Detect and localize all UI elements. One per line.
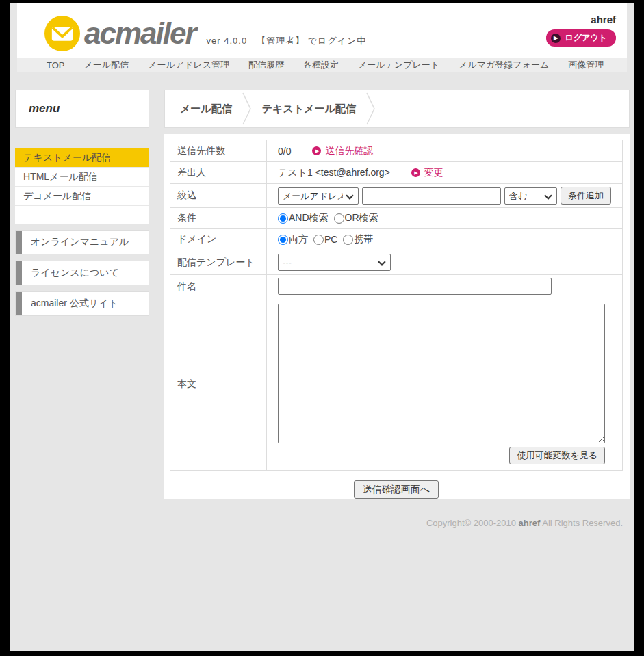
account-name: ahref (591, 14, 616, 25)
sidebar-menu-title: menu (29, 102, 60, 116)
header-account-area: ahref ▶ ログアウト (546, 14, 616, 47)
radio-and-search-input[interactable] (278, 213, 288, 224)
logout-button[interactable]: ▶ ログアウト (546, 29, 616, 47)
change-sender-link[interactable]: ▶ 変更 (411, 167, 443, 179)
radio-domain-mobile-input[interactable] (343, 235, 353, 245)
domain-radio-group: 両方 PC 携帯 (278, 233, 611, 246)
main-content: メール配信 テキストメール配信 送信先件数 0/0 ▶ 送信 (164, 90, 630, 499)
filter-match-select-wrap: 含む (504, 187, 557, 205)
send-count-label: 送信先件数 (170, 140, 267, 162)
copyright-text: Copyright© 2000-2010 (426, 518, 516, 528)
sidebar-link-official-site[interactable]: acmailer 公式サイト (15, 291, 149, 316)
page: acmailer ver 4.0.0 【管理者】 でログイン中 ahref ▶ … (10, 3, 634, 651)
row-send-count: 送信先件数 0/0 ▶ 送信先確認 (170, 140, 623, 162)
global-nav: TOP メール配信 メールアドレス管理 配信履歴 各種設定 メールテンプレート … (17, 58, 627, 72)
login-status: 【管理者】 でログイン中 (257, 35, 366, 47)
sender-label: 差出人 (170, 162, 267, 184)
nav-item-settings[interactable]: 各種設定 (303, 59, 339, 71)
template-select-wrap: --- (278, 254, 391, 271)
nav-item-mail-template[interactable]: メールテンプレート (358, 59, 439, 71)
row-subject: 件名 (170, 275, 623, 298)
row-domain: ドメイン 両方 PC (170, 229, 623, 250)
nav-item-image-management[interactable]: 画像管理 (568, 59, 604, 71)
sidebar: menu テキストメール配信 HTMLメール配信 デコメール配信 オンラインマニ… (15, 90, 149, 499)
filter-label: 絞込 (170, 184, 267, 208)
filter-field-select-wrap: メールアドレス (278, 187, 359, 205)
breadcrumb: メール配信 テキストメール配信 (164, 90, 630, 128)
nav-item-signup-form[interactable]: メルマガ登録フォーム (459, 59, 549, 71)
body-label: 本文 (170, 298, 267, 471)
side-link-bar (16, 261, 22, 285)
radio-domain-pc-input[interactable] (313, 235, 324, 245)
chevron-separator-icon (242, 92, 253, 126)
subject-input[interactable] (278, 278, 552, 295)
radio-and-search[interactable]: AND検索 (278, 212, 329, 224)
radio-or-search-input[interactable] (334, 213, 344, 224)
logout-label: ログアウト (565, 32, 607, 44)
add-condition-button[interactable]: 条件追加 (561, 187, 611, 205)
nav-item-address-management[interactable]: メールアドレス管理 (148, 59, 229, 71)
sidebar-item-deco-mail[interactable]: デコメール配信 (15, 187, 149, 206)
radio-domain-pc[interactable]: PC (313, 234, 337, 245)
arrow-circle-icon: ▶ (411, 168, 420, 177)
arrow-circle-icon: ▶ (551, 34, 561, 43)
radio-domain-mobile[interactable]: 携帯 (343, 233, 373, 246)
side-link-label: ライセンスについて (31, 267, 119, 279)
breadcrumb-item-text-mail: テキストメール配信 (262, 103, 356, 116)
condition-radio-group: AND検索 OR検索 (278, 212, 611, 224)
sidebar-item-html-mail[interactable]: HTMLメール配信 (15, 168, 149, 187)
show-variables-button[interactable]: 使用可能変数を見る (509, 447, 605, 464)
filter-keyword-input[interactable] (362, 187, 501, 205)
nav-item-delivery-history[interactable]: 配信履歴 (248, 59, 284, 71)
footer: Copyright© 2000-2010 ahref All Rights Re… (10, 518, 634, 528)
confirm-recipients-label: 送信先確認 (325, 145, 373, 157)
side-link-bar (16, 231, 22, 254)
body-textarea[interactable] (278, 304, 605, 443)
arrow-circle-icon: ▶ (312, 146, 321, 155)
chevron-separator-icon (365, 92, 376, 126)
condition-label: 条件 (170, 208, 267, 229)
go-to-confirm-button[interactable]: 送信確認画面へ (354, 480, 439, 499)
side-link-label: acmailer 公式サイト (31, 298, 118, 310)
side-link-label: オンラインマニュアル (31, 236, 129, 248)
row-filter: 絞込 メールアドレス (170, 184, 623, 208)
sidebar-link-online-manual[interactable]: オンラインマニュアル (15, 230, 149, 254)
filter-match-select[interactable]: 含む (504, 187, 557, 205)
template-label: 配信テンプレート (170, 250, 267, 275)
delivery-form: 送信先件数 0/0 ▶ 送信先確認 差出人 (164, 134, 630, 499)
subject-label: 件名 (170, 275, 267, 298)
sidebar-item-text-mail[interactable]: テキストメール配信 (15, 148, 149, 168)
row-template: 配信テンプレート --- (170, 250, 623, 275)
radio-or-search[interactable]: OR検索 (334, 212, 378, 224)
logo-text: acmailer (84, 18, 196, 49)
sidebar-link-license[interactable]: ライセンスについて (15, 261, 149, 285)
nav-item-mail-delivery[interactable]: メール配信 (84, 59, 129, 71)
row-condition: 条件 AND検索 OR検索 (170, 208, 623, 229)
sidebar-menu-title-box: menu (15, 90, 149, 128)
domain-label: ドメイン (170, 229, 267, 250)
change-sender-label: 変更 (424, 167, 443, 179)
nav-item-top[interactable]: TOP (47, 60, 65, 70)
filter-field-select[interactable]: メールアドレス (278, 187, 359, 205)
row-sender: 差出人 テスト1 <test@ahref.org> ▶ 変更 (170, 162, 623, 184)
header: acmailer ver 4.0.0 【管理者】 でログイン中 ahref ▶ … (17, 3, 627, 58)
radio-domain-both-input[interactable] (278, 235, 288, 245)
send-count-value: 0/0 (278, 146, 291, 157)
row-body: 本文 使用可能変数を見る (170, 298, 623, 471)
body-row: menu テキストメール配信 HTMLメール配信 デコメール配信 オンラインマニ… (10, 90, 634, 499)
acmailer-logo: acmailer (44, 16, 196, 51)
template-select[interactable]: --- (278, 254, 391, 271)
delivery-form-table: 送信先件数 0/0 ▶ 送信先確認 差出人 (170, 140, 623, 471)
submit-row: 送信確認画面へ (170, 480, 623, 499)
side-link-bar (16, 292, 22, 315)
footer-brand: ahref (519, 518, 541, 528)
sidebar-menu-list: テキストメール配信 HTMLメール配信 デコメール配信 (15, 148, 149, 224)
variables-button-row: 使用可能変数を見る (278, 447, 605, 464)
radio-domain-both[interactable]: 両方 (278, 233, 308, 246)
rights-text: All Rights Reserved. (542, 518, 623, 528)
envelope-logo-icon (44, 16, 80, 51)
confirm-recipients-link[interactable]: ▶ 送信先確認 (312, 145, 373, 157)
login-meta: ver 4.0.0 【管理者】 でログイン中 (207, 35, 367, 47)
breadcrumb-item-mail-delivery[interactable]: メール配信 (180, 103, 232, 116)
sender-value: テスト1 <test@ahref.org> (278, 167, 390, 179)
